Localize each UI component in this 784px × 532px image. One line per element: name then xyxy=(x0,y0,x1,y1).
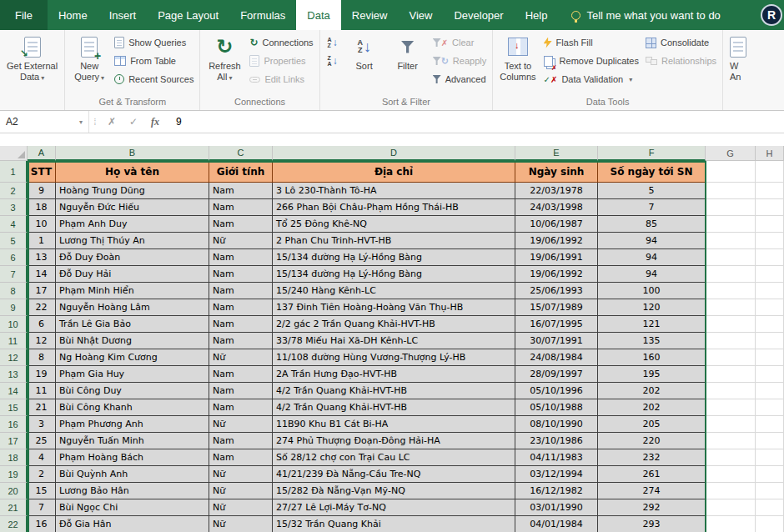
account-avatar[interactable]: R xyxy=(761,4,782,26)
cell-D[interactable]: 11B90 Khu B1 Cát Bi-HA xyxy=(273,416,515,433)
cell-E[interactable]: 23/10/1986 xyxy=(515,433,598,449)
cell-H[interactable] xyxy=(756,516,784,532)
tell-me-box[interactable]: Tell me what you want to do xyxy=(571,0,720,30)
cell-H[interactable] xyxy=(756,449,784,466)
column-header-D[interactable]: D xyxy=(273,146,515,161)
row-header-6[interactable]: 6 xyxy=(0,249,28,266)
cell-A[interactable]: 12 xyxy=(28,333,56,349)
cell-H[interactable] xyxy=(756,466,784,483)
cell-E[interactable]: 24/08/1984 xyxy=(515,349,598,366)
cell-G[interactable] xyxy=(706,249,756,266)
row-header-15[interactable]: 15 xyxy=(0,399,28,416)
cell-G[interactable] xyxy=(706,383,756,399)
show-queries-button[interactable]: Show Queries xyxy=(111,33,197,52)
cell-B[interactable]: Ng Hoàng Kim Cương xyxy=(56,349,209,366)
row-header-13[interactable]: 13 xyxy=(0,366,28,383)
cell-F[interactable]: 94 xyxy=(598,266,706,283)
cell-B[interactable]: Đỗ Duy Đoàn xyxy=(56,249,209,266)
connections-button[interactable]: ↻ Connections xyxy=(246,33,316,52)
cell-C[interactable]: Nữ xyxy=(209,349,273,366)
cell-F[interactable]: 220 xyxy=(598,433,706,449)
cell-E[interactable]: 08/10/1990 xyxy=(515,416,598,433)
name-box[interactable]: A2 ▾ xyxy=(0,111,89,133)
cell-D[interactable]: Số 28/12 chợ con Trại Cau LC xyxy=(273,449,515,466)
cell-D[interactable]: 41/21/239 Đà Nẵng-Cầu Tre-NQ xyxy=(273,466,515,483)
get-external-data-button[interactable]: ↘ Get External Data▾ xyxy=(3,32,62,83)
cell-G[interactable] xyxy=(706,433,756,449)
cell-A[interactable]: 6 xyxy=(28,316,56,333)
column-header-H[interactable]: H xyxy=(756,146,784,161)
cell-C[interactable]: Nam xyxy=(209,316,273,333)
cell-E[interactable]: 19/06/1991 xyxy=(515,249,598,266)
row-header-21[interactable]: 21 xyxy=(0,499,28,516)
cell-D[interactable]: 4/2 Trần Quang Khải-HVT-HB xyxy=(273,399,515,416)
cell-B[interactable]: Nguyễn Đức Hiếu xyxy=(56,199,209,216)
cell-H[interactable] xyxy=(756,433,784,449)
cell-G[interactable] xyxy=(706,516,756,532)
cell-E[interactable]: 10/06/1987 xyxy=(515,216,598,233)
cell-G[interactable] xyxy=(706,183,756,199)
cell-B[interactable]: Đỗ Duy Hải xyxy=(56,266,209,283)
cell-F[interactable]: 202 xyxy=(598,399,706,416)
cell-F[interactable]: Số ngày tới SN xyxy=(598,161,706,183)
cell-B[interactable]: Lương Bảo Hân xyxy=(56,483,209,499)
cell-G[interactable] xyxy=(706,161,756,183)
cell-F[interactable]: 94 xyxy=(598,233,706,249)
cell-H[interactable] xyxy=(756,483,784,499)
cell-C[interactable]: Giới tính xyxy=(209,161,273,183)
cell-D[interactable]: 15/240 Hàng Kênh-LC xyxy=(273,283,515,299)
remove-duplicates-button[interactable]: Remove Duplicates xyxy=(540,52,642,70)
cell-C[interactable]: Nam xyxy=(209,216,273,233)
cell-F[interactable]: 202 xyxy=(598,383,706,399)
cell-H[interactable] xyxy=(756,333,784,349)
row-header-8[interactable]: 8 xyxy=(0,283,28,299)
cell-F[interactable]: 274 xyxy=(598,483,706,499)
cell-E[interactable]: 15/07/1989 xyxy=(515,299,598,316)
cell-B[interactable]: Bùi Quỳnh Anh xyxy=(56,466,209,483)
cell-F[interactable]: 94 xyxy=(598,249,706,266)
cell-A[interactable]: 9 xyxy=(28,183,56,199)
cancel-button[interactable]: ✗ xyxy=(101,116,123,128)
column-header-A[interactable]: A xyxy=(28,146,56,161)
cell-B[interactable]: Hoàng Trung Dũng xyxy=(56,183,209,199)
cell-A[interactable]: 21 xyxy=(28,399,56,416)
tab-developer[interactable]: Developer xyxy=(443,0,514,30)
formula-bar-handle-icon[interactable]: ⁞ xyxy=(89,118,101,127)
row-header-14[interactable]: 14 xyxy=(0,383,28,399)
cell-D[interactable]: Địa chỉ xyxy=(273,161,515,183)
cell-A[interactable]: 11 xyxy=(28,383,56,399)
cell-D[interactable]: 15/32 Trần Quang Khải xyxy=(273,516,515,532)
row-header-10[interactable]: 10 xyxy=(0,316,28,333)
cell-C[interactable]: Nữ xyxy=(209,233,273,249)
row-header-2[interactable]: 2 xyxy=(0,183,28,199)
cell-H[interactable] xyxy=(756,366,784,383)
cell-C[interactable]: Nam xyxy=(209,333,273,349)
cell-E[interactable]: 28/09/1997 xyxy=(515,366,598,383)
cell-D[interactable]: 137 Đinh Tiên Hoàng-Hoàng Văn Thụ-HB xyxy=(273,299,515,316)
cell-H[interactable] xyxy=(756,233,784,249)
cell-A[interactable]: 19 xyxy=(28,366,56,383)
cell-H[interactable] xyxy=(756,216,784,233)
cell-F[interactable]: 293 xyxy=(598,516,706,532)
relationships-button[interactable]: Relationships xyxy=(642,52,720,70)
row-header-18[interactable]: 18 xyxy=(0,449,28,466)
cell-E[interactable]: 24/03/1998 xyxy=(515,199,598,216)
cell-F[interactable]: 261 xyxy=(598,466,706,483)
what-if-analysis-button[interactable]: W An xyxy=(726,32,759,83)
cell-F[interactable]: 5 xyxy=(598,183,706,199)
data-validation-button[interactable]: ✓✗ Data Validation▾ xyxy=(540,70,642,88)
tab-insert[interactable]: Insert xyxy=(98,0,148,30)
cell-A[interactable]: 15 xyxy=(28,483,56,499)
cell-F[interactable]: 292 xyxy=(598,499,706,516)
row-header-1[interactable]: 1 xyxy=(0,161,28,183)
cell-F[interactable]: 135 xyxy=(598,333,706,349)
cell-E[interactable]: 04/11/1983 xyxy=(515,449,598,466)
cell-A[interactable]: 10 xyxy=(28,216,56,233)
cell-A[interactable]: 2 xyxy=(28,466,56,483)
row-header-7[interactable]: 7 xyxy=(0,266,28,283)
cell-H[interactable] xyxy=(756,249,784,266)
cell-D[interactable]: 2A Trần Hưng Đạo-HVT-HB xyxy=(273,366,515,383)
text-to-columns-button[interactable]: Text to Columns xyxy=(495,32,540,83)
cell-G[interactable] xyxy=(706,449,756,466)
cell-C[interactable]: Nữ xyxy=(209,416,273,433)
